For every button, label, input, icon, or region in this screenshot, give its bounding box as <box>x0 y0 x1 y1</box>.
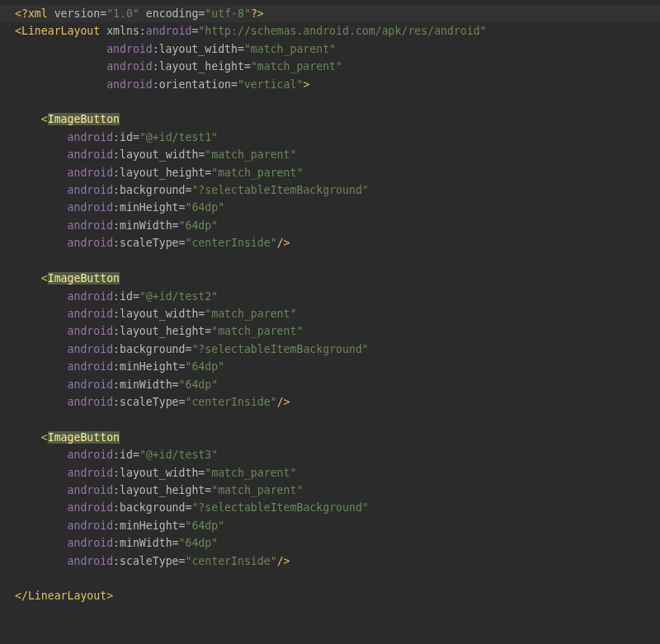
code-line: android:layout_height="match_parent" <box>0 322 660 340</box>
code-token: :layout_height <box>153 60 244 73</box>
code-editor[interactable]: <?xml version="1.0" encoding="utf-8"?><L… <box>0 0 660 605</box>
code-line: android:scaleType="centerInside"/> <box>0 234 660 251</box>
code-token: :id <box>113 449 133 461</box>
code-token: "64dp" <box>179 219 219 232</box>
code-line: android:orientation="vertical"> <box>0 76 660 93</box>
code-token: "@+id/test3" <box>139 449 218 461</box>
code-line: android:minWidth="64dp" <box>0 534 660 552</box>
code-token: android <box>68 184 114 196</box>
code-token: :layout_width <box>153 43 238 55</box>
code-line <box>0 252 660 270</box>
code-line: android:minHeight="64dp" <box>0 358 660 375</box>
code-token: :layout_width <box>113 308 198 320</box>
code-token: android <box>68 167 114 179</box>
code-token: ImageButton <box>48 431 120 444</box>
code-line <box>0 93 660 110</box>
code-token: :scaleType <box>113 237 178 249</box>
code-line: android:layout_height="match_parent" <box>0 482 660 499</box>
code-line: <?xml version="1.0" encoding="utf-8"?> <box>0 5 660 22</box>
code-token: :scaleType <box>113 555 178 567</box>
code-token: < <box>41 113 48 125</box>
code-token: < <box>41 272 48 284</box>
code-line: android:layout_width="match_parent" <box>0 305 660 322</box>
code-token: :minWidth <box>113 537 172 549</box>
code-line: android:id="@+id/test2" <box>0 288 660 305</box>
code-token: :background <box>113 501 185 514</box>
code-token: android <box>68 555 114 567</box>
code-line: android:layout_height="match_parent" <box>0 58 660 75</box>
code-token: android <box>68 131 114 143</box>
code-line: android:layout_width="match_parent" <box>0 464 660 482</box>
code-line: android:id="@+id/test1" <box>0 129 660 146</box>
code-token: ImageButton <box>48 272 120 284</box>
code-line <box>0 411 660 428</box>
code-token: = <box>133 449 139 461</box>
code-token: android <box>106 78 153 91</box>
code-token: android <box>68 537 114 549</box>
code-line: android:minWidth="64dp" <box>0 376 660 393</box>
code-token: :minHeight <box>113 360 178 373</box>
code-token: android <box>146 25 192 37</box>
code-token: encoding <box>146 7 199 20</box>
code-token: android <box>68 360 114 373</box>
code-token: "match_parent" <box>205 148 296 161</box>
code-token: "centerInside" <box>185 555 276 567</box>
highlighted-tag: ImageButton <box>48 431 120 444</box>
code-token: "64dp" <box>179 537 219 549</box>
code-line: android:background="?selectableItemBackg… <box>0 181 660 199</box>
code-token: :scaleType <box>113 396 178 408</box>
code-token: :background <box>113 184 185 196</box>
code-token: :minHeight <box>113 519 178 532</box>
code-line: </LinearLayout> <box>0 587 660 604</box>
code-token: xmlns: <box>106 25 146 37</box>
highlighted-tag: ImageButton <box>48 113 120 125</box>
code-token: android <box>68 396 114 408</box>
code-token: "match_parent" <box>211 167 303 179</box>
code-token: android <box>68 449 114 461</box>
code-line: android:minHeight="64dp" <box>0 517 660 534</box>
code-line: android:layout_width="match_parent" <box>0 40 660 58</box>
code-token: = <box>231 78 238 91</box>
code-token: "@+id/test1" <box>139 131 218 143</box>
code-token: "64dp" <box>179 378 219 391</box>
code-token: :layout_height <box>113 167 205 179</box>
code-line: android:minWidth="64dp" <box>0 217 660 234</box>
code-line: android:background="?selectableItemBackg… <box>0 499 660 516</box>
code-token: android <box>68 501 114 514</box>
code-line: <ImageButton <box>0 429 660 446</box>
code-token: "?selectableItemBackground" <box>191 184 368 196</box>
code-token: android <box>68 484 114 496</box>
code-token: "match_parent" <box>205 467 296 479</box>
code-line: <ImageButton <box>0 270 660 287</box>
code-token: :minHeight <box>113 201 178 214</box>
code-token: > <box>303 78 309 91</box>
code-token: android <box>68 325 114 337</box>
code-line: android:minHeight="64dp" <box>0 199 660 216</box>
code-line: android:scaleType="centerInside"/> <box>0 552 660 570</box>
code-token: </LinearLayout> <box>15 590 113 602</box>
code-line: android:layout_height="match_parent" <box>0 164 660 181</box>
code-line: android:id="@+id/test3" <box>0 446 660 463</box>
code-token: "utf-8" <box>205 7 251 20</box>
code-token: = <box>100 7 106 20</box>
code-token: "match_parent" <box>211 325 303 337</box>
code-token: "@+id/test2" <box>139 290 218 303</box>
highlighted-tag: ImageButton <box>48 272 120 284</box>
code-line: <LinearLayout xmlns:android="http://sche… <box>0 22 660 40</box>
code-token: "centerInside" <box>185 237 276 249</box>
code-token: <LinearLayout <box>15 25 106 37</box>
code-token: :layout_width <box>113 148 198 161</box>
code-token: = <box>244 60 251 73</box>
code-token: android <box>68 343 114 355</box>
code-token: "match_parent" <box>205 308 296 320</box>
code-token: :layout_height <box>113 484 205 496</box>
code-token: /> <box>277 396 290 408</box>
code-token: = <box>238 43 244 55</box>
code-token: android <box>68 148 114 161</box>
code-token: "vertical" <box>238 78 303 91</box>
code-token: "centerInside" <box>185 396 276 408</box>
code-token: :background <box>113 343 185 355</box>
code-token: version <box>54 7 101 20</box>
code-token: :id <box>113 131 133 143</box>
code-token: :layout_width <box>113 467 198 479</box>
